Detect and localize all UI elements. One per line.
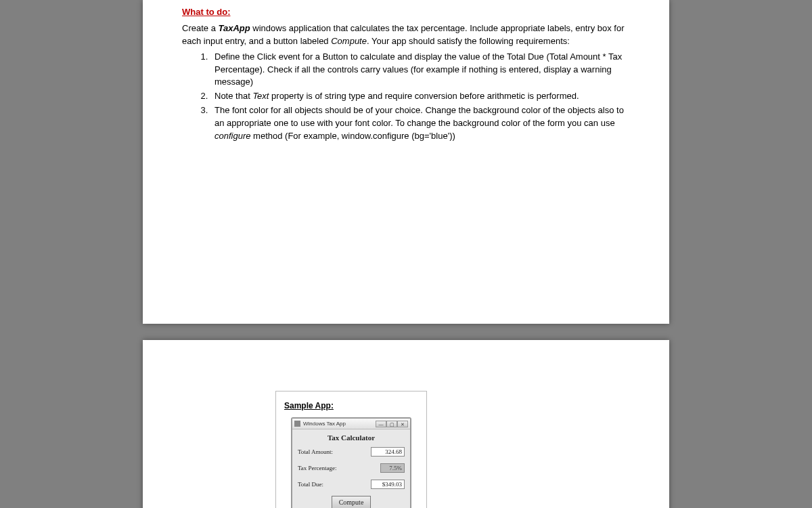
req2-text-word: Text: [252, 91, 269, 101]
req3-a: The font color for all objects should be…: [215, 105, 624, 128]
output-total-due: $349.03: [371, 480, 405, 489]
intro-compute-word: Compute: [331, 36, 367, 46]
app-window: Windows Tax App — ▢ ✕ Tax Calculator Tot…: [291, 417, 411, 508]
app-body: Tax Calculator Total Amount: 324.68 Tax …: [292, 429, 410, 508]
req3-configure-word: configure: [215, 131, 250, 141]
intro-appname: TaxApp: [218, 23, 250, 33]
row-total-due: Total Due: $349.03: [298, 480, 405, 489]
row-total-amount: Total Amount: 324.68: [298, 447, 405, 457]
app-icon: [294, 421, 300, 427]
section-heading: What to do:: [182, 7, 630, 17]
sample-app-frame: Sample App: Windows Tax App — ▢ ✕ Tax Ca…: [275, 391, 427, 508]
sample-heading: Sample App:: [284, 401, 418, 410]
window-controls: — ▢ ✕: [376, 421, 408, 427]
requirements-list: Define the Click event for a Button to c…: [182, 51, 630, 143]
compute-button[interactable]: Compute: [332, 496, 371, 508]
minimize-button[interactable]: —: [376, 421, 386, 427]
req-item-1: Define the Click event for a Button to c…: [210, 51, 630, 89]
req-item-3: The font color for all objects should be…: [210, 104, 630, 143]
maximize-button[interactable]: ▢: [386, 421, 397, 427]
label-tax-percentage: Tax Percentage:: [298, 465, 337, 471]
intro-text-e: . Your app should satisfy the following …: [367, 36, 570, 46]
req-item-2: Note that Text property is of string typ…: [210, 90, 630, 103]
label-total-amount: Total Amount:: [298, 448, 333, 455]
close-button[interactable]: ✕: [397, 421, 408, 427]
input-total-amount[interactable]: 324.68: [371, 447, 405, 457]
calc-title: Tax Calculator: [298, 433, 405, 442]
label-total-due: Total Due:: [298, 481, 323, 488]
document-page-1: What to do: Create a TaxApp windows appl…: [143, 0, 669, 324]
input-tax-percentage[interactable]: 7.5%: [380, 463, 405, 473]
req2-c: property is of string type and require c…: [269, 91, 579, 101]
titlebar: Windows Tax App — ▢ ✕: [292, 419, 410, 429]
row-tax-percentage: Tax Percentage: 7.5%: [298, 463, 405, 473]
document-page-2: Sample App: Windows Tax App — ▢ ✕ Tax Ca…: [143, 340, 669, 508]
window-title: Windows Tax App: [303, 421, 346, 427]
req2-a: Note that: [215, 91, 252, 101]
intro-paragraph: Create a TaxApp windows application that…: [182, 22, 630, 48]
intro-text-a: Create a: [182, 23, 218, 33]
req3-c: method (For example, window.configure (b…: [250, 131, 455, 141]
